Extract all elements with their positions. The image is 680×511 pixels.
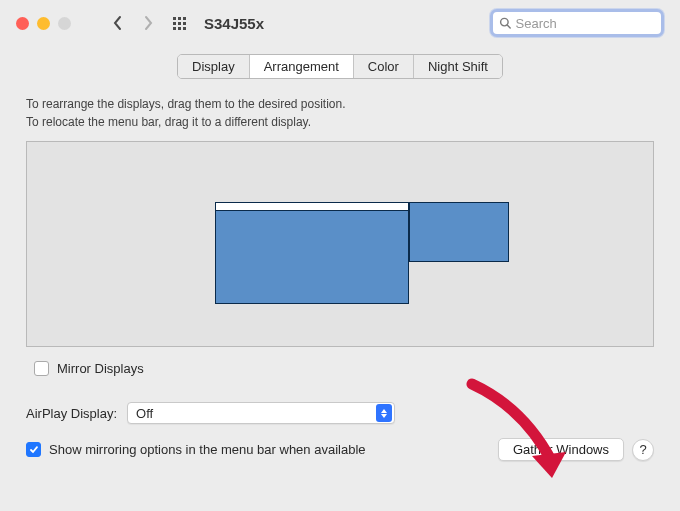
forward-button bbox=[137, 8, 159, 38]
airplay-label: AirPlay Display: bbox=[26, 406, 117, 421]
svg-line-1 bbox=[507, 25, 510, 28]
close-window-button[interactable] bbox=[16, 17, 29, 30]
gather-windows-button[interactable]: Gather Windows bbox=[498, 438, 624, 461]
show-mirroring-checkbox[interactable] bbox=[26, 442, 41, 457]
minimize-window-button[interactable] bbox=[37, 17, 50, 30]
search-input[interactable] bbox=[516, 16, 655, 31]
zoom-window-button bbox=[58, 17, 71, 30]
tab-night-shift[interactable]: Night Shift bbox=[414, 55, 502, 78]
tab-display[interactable]: Display bbox=[178, 55, 250, 78]
back-button[interactable] bbox=[107, 8, 129, 38]
chevron-right-icon bbox=[143, 15, 153, 31]
window-titlebar: S34J55x bbox=[0, 0, 680, 46]
show-all-button[interactable] bbox=[173, 17, 186, 30]
mirror-displays-checkbox[interactable] bbox=[34, 361, 49, 376]
search-field[interactable] bbox=[490, 9, 664, 37]
popup-arrows-icon bbox=[376, 404, 392, 422]
mirror-displays-label: Mirror Displays bbox=[57, 361, 144, 376]
window-title: S34J55x bbox=[204, 15, 264, 32]
tab-arrangement[interactable]: Arrangement bbox=[250, 55, 354, 78]
airplay-value: Off bbox=[136, 406, 153, 421]
display-secondary[interactable] bbox=[409, 202, 509, 262]
arrangement-canvas[interactable] bbox=[26, 141, 654, 347]
show-mirroring-label: Show mirroring options in the menu bar w… bbox=[49, 442, 366, 457]
search-icon bbox=[499, 16, 512, 30]
display-primary[interactable] bbox=[215, 202, 409, 304]
chevron-left-icon bbox=[113, 15, 123, 31]
menu-bar-handle[interactable] bbox=[216, 203, 408, 211]
airplay-popup[interactable]: Off bbox=[127, 402, 395, 424]
instructions-text: To rearrange the displays, drag them to … bbox=[26, 95, 654, 131]
window-controls bbox=[16, 17, 71, 30]
tab-color[interactable]: Color bbox=[354, 55, 414, 78]
tab-bar: Display Arrangement Color Night Shift bbox=[20, 54, 660, 79]
help-button[interactable]: ? bbox=[632, 439, 654, 461]
preferences-content: Display Arrangement Color Night Shift To… bbox=[0, 54, 680, 461]
